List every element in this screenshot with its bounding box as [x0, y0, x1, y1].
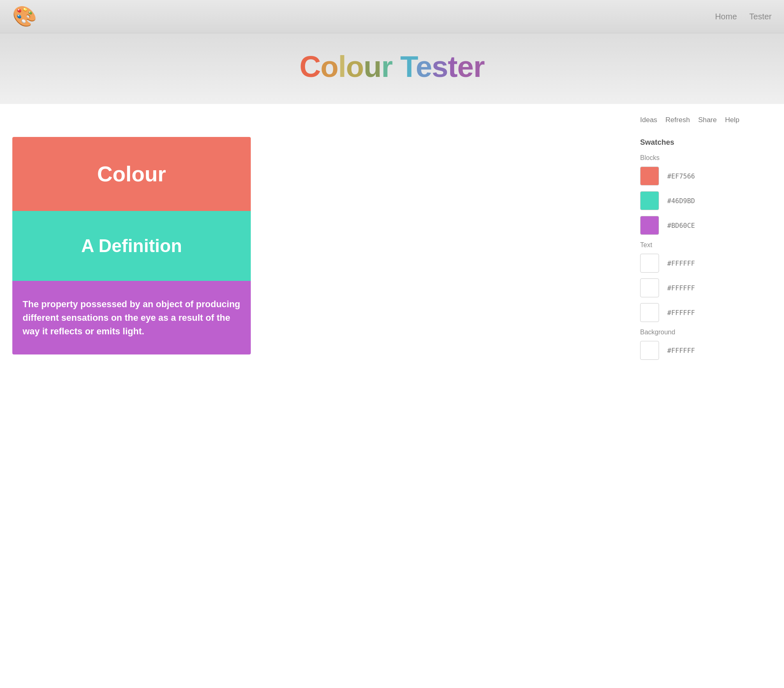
title-char: r — [382, 50, 393, 83]
swatch-text-hex-2: #FFFFFF — [667, 284, 695, 292]
swatch-color-2[interactable] — [640, 191, 659, 210]
swatch-color-1[interactable] — [640, 167, 659, 185]
swatches-title: Swatches — [640, 138, 772, 147]
ideas-button[interactable]: Ideas — [640, 114, 657, 126]
title-char: o — [321, 50, 338, 83]
preview-area: Colour A Definition The property possess… — [12, 112, 624, 366]
background-label: Background — [640, 329, 772, 336]
title-char: s — [432, 50, 448, 83]
swatch-row: #FFFFFF — [640, 254, 772, 273]
title-char: e — [457, 50, 473, 83]
nav-home-link[interactable]: Home — [715, 12, 737, 21]
main-content: Colour A Definition The property possess… — [0, 104, 784, 374]
swatch-row: #FFFFFF — [640, 303, 772, 322]
swatch-color-3[interactable] — [640, 216, 659, 235]
swatch-bg-hex-1: #FFFFFF — [667, 347, 695, 354]
title-char: l — [338, 50, 346, 83]
app-logo-icon: 🎨 — [12, 5, 37, 28]
hero-banner: Colour Tester — [0, 33, 784, 104]
blocks-label: Blocks — [640, 154, 772, 162]
swatch-text-color-3[interactable] — [640, 303, 659, 322]
title-char: e — [416, 50, 432, 83]
block-description-text: The property possessed by an object of p… — [23, 297, 241, 338]
swatch-text-hex-3: #FFFFFF — [667, 309, 695, 317]
swatch-row: #FFFFFF — [640, 341, 772, 360]
nav-tester-link[interactable]: Tester — [749, 12, 772, 21]
title-char: T — [400, 50, 416, 83]
block-description: The property possessed by an object of p… — [12, 281, 251, 354]
swatch-text-color-2[interactable] — [640, 278, 659, 297]
swatch-text-color-1[interactable] — [640, 254, 659, 273]
block-colour-text: Colour — [21, 162, 243, 186]
help-button[interactable]: Help — [725, 114, 740, 126]
title-char: t — [448, 50, 457, 83]
block-colour: Colour — [12, 137, 251, 211]
block-definition: A Definition — [12, 211, 251, 281]
swatch-row: #EF7566 — [640, 167, 772, 185]
swatch-row: #BD60CE — [640, 216, 772, 235]
text-label: Text — [640, 241, 772, 249]
hero-title: Colour Tester — [8, 50, 776, 83]
share-button[interactable]: Share — [698, 114, 717, 126]
title-char: u — [364, 50, 382, 83]
title-char: o — [346, 50, 364, 83]
toolbar: Ideas Refresh Share Help — [640, 112, 772, 126]
swatch-hex-2: #46D9BD — [667, 197, 695, 205]
navbar: 🎨 Home Tester — [0, 0, 784, 33]
title-char: C — [300, 50, 321, 83]
swatch-hex-1: #EF7566 — [667, 172, 695, 180]
swatch-text-hex-1: #FFFFFF — [667, 259, 695, 267]
swatches-panel: Ideas Refresh Share Help Swatches Blocks… — [640, 112, 772, 366]
title-space — [393, 50, 400, 83]
swatch-bg-color-1[interactable] — [640, 341, 659, 360]
swatch-hex-3: #BD60CE — [667, 222, 695, 229]
swatch-row: #FFFFFF — [640, 278, 772, 297]
swatch-row: #46D9BD — [640, 191, 772, 210]
title-char: r — [473, 50, 484, 83]
colour-blocks: Colour A Definition The property possess… — [12, 137, 251, 354]
nav-links: Home Tester — [715, 12, 772, 21]
refresh-button[interactable]: Refresh — [666, 114, 690, 126]
block-definition-text: A Definition — [21, 236, 243, 256]
